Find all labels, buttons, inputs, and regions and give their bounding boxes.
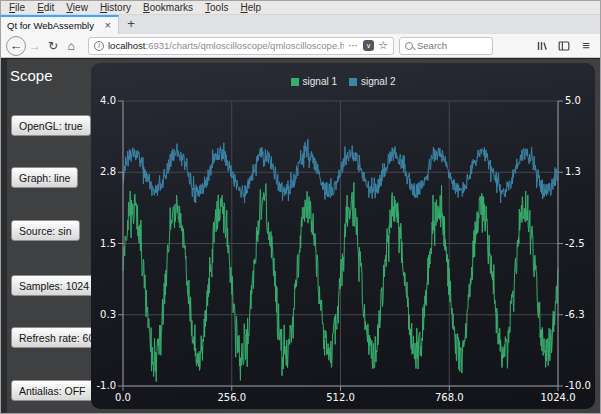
reload-button[interactable]: ↻ — [44, 37, 62, 55]
menu-bookmarks[interactable]: Bookmarks — [137, 1, 199, 14]
search-input[interactable] — [417, 40, 487, 51]
menu-view[interactable]: View — [60, 1, 94, 14]
svg-text:1.5: 1.5 — [100, 238, 116, 249]
source-button[interactable]: Source: sin — [11, 220, 80, 241]
svg-text:2.8: 2.8 — [100, 166, 116, 177]
page-title: Scope — [10, 67, 53, 84]
search-icon — [405, 42, 413, 50]
url-host: localhost — [108, 40, 146, 51]
svg-text:1024.0: 1024.0 — [541, 392, 576, 403]
menu-history[interactable]: History — [94, 1, 137, 14]
svg-text:512.0: 512.0 — [326, 392, 355, 403]
signal1-swatch-icon — [291, 78, 299, 86]
legend-label-signal1: signal 1 — [303, 76, 337, 87]
signal2-swatch-icon — [349, 78, 357, 86]
browser-window: File Edit View History Bookmarks Tools H… — [0, 0, 601, 414]
sidebar-toggle-icon[interactable] — [555, 37, 573, 55]
oscilloscope-chart: 4.05.02.81.31.5-2.50.3-6.3-1.0-10.00.025… — [91, 63, 595, 409]
samples-button[interactable]: Samples: 1024 — [11, 275, 97, 296]
svg-text:1.3: 1.3 — [565, 166, 581, 177]
active-tab[interactable]: Qt for WebAssembly × — [1, 15, 119, 34]
url-text: localhost:6931/charts/qmloscilloscope/qm… — [108, 40, 344, 51]
library-icon[interactable] — [533, 37, 551, 55]
legend-item-signal1: signal 1 — [291, 76, 337, 87]
bookmark-star-icon[interactable]: ☆ — [378, 40, 388, 51]
svg-text:-6.3: -6.3 — [565, 309, 585, 320]
svg-text:5.0: 5.0 — [565, 95, 581, 106]
url-bar[interactable]: i localhost:6931/charts/qmloscilloscope/… — [88, 37, 394, 55]
navigation-toolbar: ← → ↻ ⌂ i localhost:6931/charts/qmloscil… — [1, 34, 600, 58]
legend-item-signal2: signal 2 — [349, 76, 395, 87]
menu-tools[interactable]: Tools — [199, 1, 234, 14]
chart-canvas: 4.05.02.81.31.5-2.50.3-6.3-1.0-10.00.025… — [91, 63, 595, 409]
app-menu-icon[interactable]: ≡ — [577, 37, 595, 55]
pocket-icon[interactable]: ∨ — [363, 40, 374, 51]
svg-text:-2.5: -2.5 — [565, 238, 585, 249]
svg-text:768.0: 768.0 — [435, 392, 464, 403]
menu-edit[interactable]: Edit — [31, 1, 60, 14]
legend-label-signal2: signal 2 — [361, 76, 395, 87]
svg-text:-1.0: -1.0 — [96, 380, 116, 391]
forward-button[interactable]: → — [26, 37, 44, 55]
opengl-button[interactable]: OpenGL: true — [11, 115, 91, 136]
refresh-rate-button[interactable]: Refresh rate: 60 — [11, 327, 102, 348]
home-button[interactable]: ⌂ — [62, 37, 80, 55]
url-path: :6931/charts/qmloscilloscope/qmloscillos… — [146, 40, 345, 51]
new-tab-button[interactable]: + — [119, 15, 143, 34]
svg-text:4.0: 4.0 — [100, 95, 116, 106]
search-bar[interactable] — [399, 37, 493, 55]
svg-text:-10.0: -10.0 — [565, 380, 591, 391]
menu-help[interactable]: Help — [234, 1, 267, 14]
svg-text:0.3: 0.3 — [100, 309, 116, 320]
antialias-button[interactable]: Antialias: OFF — [11, 380, 94, 401]
chart-legend: signal 1 signal 2 — [91, 76, 595, 87]
graph-type-button[interactable]: Graph: line — [11, 167, 78, 188]
page-actions-icon[interactable]: ⋯ — [348, 40, 359, 51]
page-content: Scope OpenGL: true Graph: line Source: s… — [1, 58, 600, 413]
tab-bar: Qt for WebAssembly × + — [1, 15, 600, 34]
svg-text:256.0: 256.0 — [217, 392, 246, 403]
content-left-strip — [1, 59, 7, 413]
menu-file[interactable]: File — [3, 1, 31, 14]
tab-close-icon[interactable]: × — [104, 20, 112, 31]
back-button[interactable]: ← — [6, 36, 26, 56]
toolbar-right-icons: ≡ — [533, 37, 595, 55]
menu-bar: File Edit View History Bookmarks Tools H… — [1, 1, 600, 15]
tab-title: Qt for WebAssembly — [7, 20, 104, 31]
svg-text:0.0: 0.0 — [115, 392, 131, 403]
site-info-icon[interactable]: i — [94, 41, 104, 51]
